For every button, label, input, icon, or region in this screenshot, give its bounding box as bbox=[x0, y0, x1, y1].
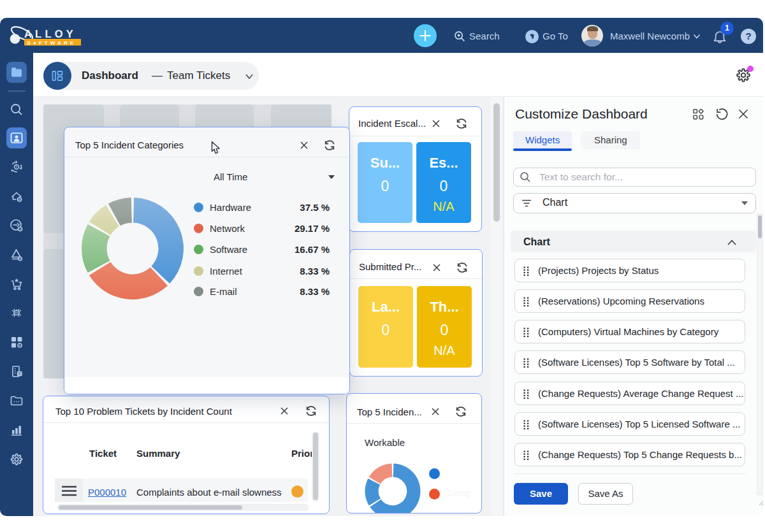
svg-text:ALLOY: ALLOY bbox=[24, 28, 76, 40]
svg-text:S●FTWARE: S●FTWARE bbox=[27, 40, 76, 46]
